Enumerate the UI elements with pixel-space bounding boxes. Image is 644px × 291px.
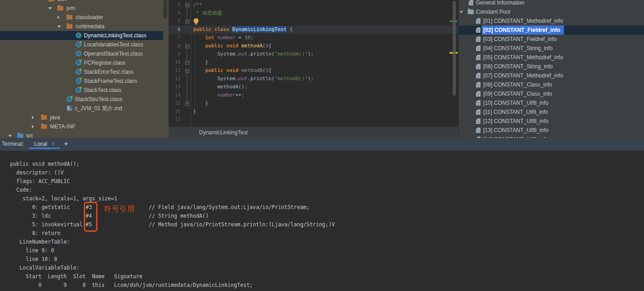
tree-item-operandstacktest-class[interactable]: COperandStackTest.class [0,49,169,58]
code-line[interactable]: /** [193,1,202,9]
structure-item--06-constant_string_info[interactable]: [06] CONSTANT_String_info [459,62,644,71]
tree-item-label: StackTest.class [84,86,122,95]
line-number[interactable]: 4 [169,9,180,17]
terminal-line: Code: [0,186,644,194]
code-token: (){ [262,67,271,73]
chevron-down-icon[interactable] [39,0,43,0]
fold-marker-icon[interactable] [185,102,189,106]
tree-item-classloader[interactable]: classloader [0,13,169,22]
line-number[interactable]: 11 [169,66,180,75]
code-line[interactable]: int number = 10; [193,34,254,42]
line-number[interactable]: 10 [169,58,180,66]
structure-item-general-information[interactable]: General Information [459,0,644,7]
tree-item-label: META-INF [50,122,76,131]
tree-item-stacktest-class[interactable]: CStackTest.class [0,86,169,95]
code-token: "methodB()" [275,76,308,82]
fold-marker-icon[interactable] [185,20,189,24]
line-number[interactable]: 7 [169,34,180,42]
structure-item--03-constant_fieldref_info[interactable]: [03] CONSTANT_Fieldref_info [459,35,644,44]
tree-item-dynamiclinkingtest-class[interactable]: CDynamicLinkingTest.class [0,31,169,40]
editor-bottom-tab[interactable]: DynamicLinkingTest [169,127,458,138]
tree-item-label: dsh [57,0,66,4]
line-number[interactable]: 12 [169,75,180,83]
code-line[interactable]: } [193,107,196,116]
structure-item--09-constant_class_info[interactable]: [09] CONSTANT_Class_info [459,89,644,98]
code-line[interactable]: * 动态链接 [193,9,222,17]
code-token: 10 [245,35,250,41]
project-tree-scrollbar[interactable] [164,0,167,18]
structure-item--11-constant_utf8_info[interactable]: [11] CONSTANT_Utf8_info [459,107,644,117]
structure-item--01-constant_methodref_info[interactable]: [01] CONSTANT_Methodref_info [459,16,644,26]
code-token: methodA() [193,84,245,90]
line-number[interactable]: 9 [169,50,180,58]
code-token: ; [311,51,314,57]
tree-item-meta-inf[interactable]: META-INF [0,122,169,131]
chevron-right-icon[interactable] [57,15,60,19]
code-line[interactable]: methodA(); [193,83,247,91]
structure-item--04-constant_string_info[interactable]: [04] CONSTANT_String_info [459,44,644,53]
fold-marker-icon[interactable] [185,3,189,7]
tree-item-dsh[interactable]: dsh [0,0,169,4]
chevron-down-icon[interactable] [460,11,463,13]
structure-item-label: [05] CONSTANT_Methodref_info [483,53,563,62]
code-token: methodA [241,43,262,49]
tree-item-stackerrortest-class[interactable]: CStackErrorTest.class [0,67,169,77]
chevron-down-icon[interactable] [48,7,52,10]
code-line[interactable]: } [193,58,208,66]
line-number[interactable]: 13 [169,83,180,91]
terminal-tab-local[interactable]: Local [34,141,47,147]
line-number[interactable]: 5 [169,17,180,26]
line-number[interactable]: 3 [169,1,180,9]
line-number[interactable]: 15 [169,99,180,107]
structure-item--02-constant_fieldref_info[interactable]: [02] CONSTANT_Fieldref_info [459,26,644,35]
structure-item--05-constant_methodref_info[interactable]: [05] CONSTANT_Methodref_info [459,53,644,62]
close-tab-icon[interactable]: × [51,141,55,147]
tree-item-runtimedata[interactable]: runtimedata [0,22,169,31]
structure-item--14-constant_utf8_info[interactable]: [14] CONSTANT_Utf8_info [459,135,644,138]
chevron-down-icon[interactable] [57,26,61,28]
code-line[interactable]: public void methodB(){ [193,66,271,75]
structure-item--12-constant_utf8_info[interactable]: [12] CONSTANT_Utf8_info [459,117,644,126]
code-token: ; [250,35,254,41]
chevron-right-icon[interactable] [32,125,34,128]
terminal-output[interactable]: public void methodA(); descriptor: ()V f… [0,151,644,291]
tree-item-pcregister-class[interactable]: CPCRegister.class [0,58,169,67]
fold-marker-icon[interactable] [185,61,189,65]
symbolic-reference-annotation-box [84,202,97,232]
editor-scrollbar[interactable] [453,1,456,96]
code-line[interactable]: public class DynamicLinkingTest { [193,26,293,34]
terminal-line: descriptor: ()V [0,168,644,177]
code-line[interactable]: number++; [193,91,245,99]
code-line[interactable]: public void methodA(){ [193,42,271,50]
fold-marker-icon[interactable] [185,69,189,73]
chevron-right-icon[interactable] [32,116,34,119]
structure-item--08-constant_class_info[interactable]: [08] CONSTANT_Class_info [459,80,644,89]
tree-item-stackframetest-class[interactable]: CStackFrameTest.class [0,77,169,86]
line-number[interactable]: 16 [169,107,180,116]
structure-item--07-constant_methodref_info[interactable]: [07] CONSTANT_Methodref_info [459,71,644,80]
line-number[interactable]: 6 [169,26,180,34]
tree-item-stackstrutest-class[interactable]: CStackStruTest.class [0,95,169,104]
code-editor[interactable]: 3/**4 * 动态链接56public class DynamicLinkin… [169,0,458,127]
new-terminal-icon[interactable]: + [64,139,68,148]
line-number[interactable]: 8 [169,42,180,50]
code-line[interactable]: System.out.println("methodB()"); [193,75,314,83]
code-token: } [193,108,196,114]
chevron-down-icon[interactable] [8,135,12,137]
terminal-line: public void methodA(); [0,160,644,168]
fold-marker-icon[interactable] [185,44,189,48]
tree-item-localvariablestest-class[interactable]: CLocalVariablesTest.class [0,40,169,49]
line-number[interactable]: 17 [169,116,180,124]
structure-item-constant-pool[interactable]: Constant Pool [459,7,644,16]
line-number[interactable]: 14 [169,91,180,99]
tree-item-java[interactable]: java [0,113,169,122]
code-line[interactable]: } [193,99,208,107]
structure-item--10-constant_utf8_info[interactable]: [10] CONSTANT_Utf8_info [459,98,644,107]
tree-item-z_jvm_01-md[interactable]: MDz_JVM_01 简介.md [0,104,169,113]
code-line[interactable]: System.out.println("methodA()"); [193,50,314,58]
tree-item-src[interactable]: src [0,131,169,138]
structure-item--13-constant_utf8_info[interactable]: [13] CONSTANT_Utf8_info [459,126,644,135]
intention-bulb-icon[interactable] [194,18,199,23]
tree-item-jvm[interactable]: jvm [0,4,169,13]
structure-item-label: [01] CONSTANT_Methodref_info [483,16,563,26]
